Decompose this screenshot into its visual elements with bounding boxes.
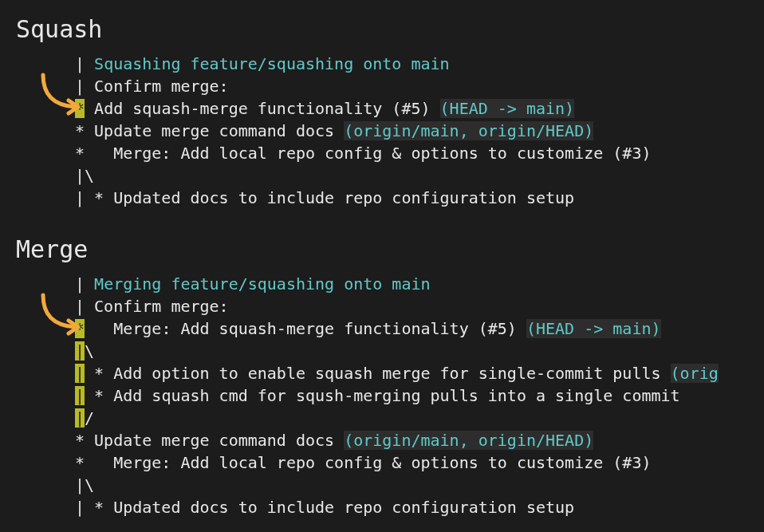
log-segment: * Add option to enable squash merge for … xyxy=(85,364,671,383)
log-segment: Merging feature/squashing onto main xyxy=(94,274,430,294)
log-line: | Merging feature/squashing onto main xyxy=(75,273,748,295)
log-segment: | * Updated docs to include repo configu… xyxy=(75,188,574,207)
log-line: | * Add squash cmd for sqush-merging pul… xyxy=(75,384,748,407)
log-line: | * Updated docs to include repo configu… xyxy=(75,187,748,209)
log-line: |/ xyxy=(75,407,748,429)
log-segment: | Confirm merge: xyxy=(75,77,229,96)
log-segment: * Add squash cmd for sqush-merging pulls… xyxy=(85,386,680,405)
log-segment: | xyxy=(75,274,94,294)
log-line: * Merge: Add local repo config & options… xyxy=(75,142,748,164)
log-segment: | xyxy=(75,341,85,361)
git-log-block: | Squashing feature/squashing onto main|… xyxy=(16,53,748,209)
git-log-block: | Merging feature/squashing onto main| C… xyxy=(16,273,748,518)
log-segment: Squashing feature/squashing onto main xyxy=(94,54,450,73)
log-line: |\ xyxy=(75,340,748,362)
log-segment: (HEAD -> main) xyxy=(526,319,661,338)
log-segment: (origin/main, origin/HEAD) xyxy=(344,121,593,140)
section-heading: Merge xyxy=(16,233,748,266)
log-line: * Update merge command docs (origin/main… xyxy=(75,429,748,451)
log-segment: | Confirm merge: xyxy=(75,297,229,316)
section-heading: Squash xyxy=(16,13,748,46)
log-segment: (origin/main, origin/HEAD) xyxy=(344,431,593,450)
log-segment: Add squash-merge functionality (#5) xyxy=(85,99,440,118)
log-segment: | * Updated docs to include repo configu… xyxy=(75,498,574,517)
log-segment: |\ xyxy=(75,166,94,185)
log-segment: (HEAD -> main) xyxy=(440,99,575,118)
log-line: * Update merge command docs (origin/main… xyxy=(75,120,748,142)
log-line: | Squashing feature/squashing onto main xyxy=(75,53,748,75)
log-line: | * Add option to enable squash merge fo… xyxy=(75,362,748,384)
log-segment: * Merge: Add local repo config & options… xyxy=(75,453,651,472)
log-segment: Merge: Add squash-merge functionality (#… xyxy=(85,319,526,338)
log-segment: | xyxy=(75,364,85,383)
log-segment: |\ xyxy=(75,475,94,495)
log-line: | Confirm merge: xyxy=(75,75,748,97)
log-line: * Merge: Add squash-merge functionality … xyxy=(75,317,748,340)
log-line: * Add squash-merge functionality (#5) (H… xyxy=(75,97,748,120)
log-segment: (orig xyxy=(671,364,719,383)
log-segment: * xyxy=(75,319,85,338)
log-line: | * Updated docs to include repo configu… xyxy=(75,496,748,518)
log-line: * Merge: Add local repo config & options… xyxy=(75,451,748,474)
log-segment: \ xyxy=(85,341,94,361)
log-segment: | xyxy=(75,408,85,428)
log-segment: * xyxy=(75,99,85,118)
log-segment: * Merge: Add local repo config & options… xyxy=(75,144,651,163)
log-line: | Confirm merge: xyxy=(75,295,748,317)
log-segment: | xyxy=(75,386,85,405)
log-segment: | xyxy=(75,54,94,73)
log-segment: / xyxy=(85,408,94,428)
log-line: |\ xyxy=(75,164,748,187)
log-line: |\ xyxy=(75,474,748,496)
log-segment: * Update merge command docs xyxy=(75,431,344,450)
log-segment: * Update merge command docs xyxy=(75,121,344,140)
